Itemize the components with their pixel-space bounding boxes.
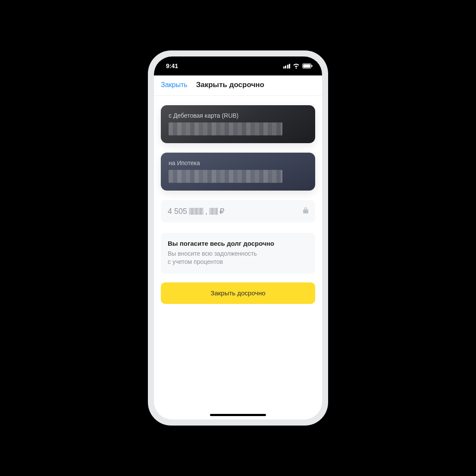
cellular-icon [283, 64, 291, 69]
nav-bar: Закрыть Закрыть досрочно [154, 75, 322, 96]
amount-field: 4 505 , ₽ [161, 200, 315, 222]
home-indicator[interactable] [210, 414, 266, 416]
from-account-card[interactable]: с Дебетовая карта (RUB) [161, 105, 315, 143]
to-account-card[interactable]: на Ипотека [161, 153, 315, 191]
to-account-label: на Ипотека [169, 160, 307, 166]
svg-rect-2 [312, 65, 313, 67]
phone-screen: 9:41 Закрыть Закрыть досрочно с Дебетова… [154, 56, 322, 420]
notch [199, 56, 277, 69]
from-account-masked-value [169, 122, 282, 135]
close-button[interactable]: Закрыть [161, 81, 188, 89]
info-body: Вы вносите всю задолженность с учетом пр… [168, 250, 308, 266]
info-title: Вы погасите весь долг досрочно [168, 240, 308, 247]
lock-icon [303, 207, 308, 215]
phone-frame: 9:41 Закрыть Закрыть досрочно с Дебетова… [148, 50, 328, 426]
submit-button[interactable]: Закрыть досрочно [161, 282, 315, 304]
info-box: Вы погасите весь долг досрочно Вы вносит… [161, 233, 315, 274]
amount-masked-thousands [189, 208, 204, 215]
status-icons [283, 63, 313, 69]
amount-value: 4 505 , ₽ [168, 207, 224, 216]
svg-rect-1 [303, 64, 310, 68]
battery-icon [302, 63, 313, 69]
status-time: 9:41 [166, 63, 178, 69]
content: с Дебетовая карта (RUB) на Ипотека 4 505… [154, 96, 322, 420]
wifi-icon [293, 63, 300, 69]
amount-masked-cents [209, 208, 218, 215]
page-title: Закрыть досрочно [196, 81, 315, 89]
from-account-label: с Дебетовая карта (RUB) [169, 112, 307, 119]
to-account-masked-value [169, 170, 282, 183]
